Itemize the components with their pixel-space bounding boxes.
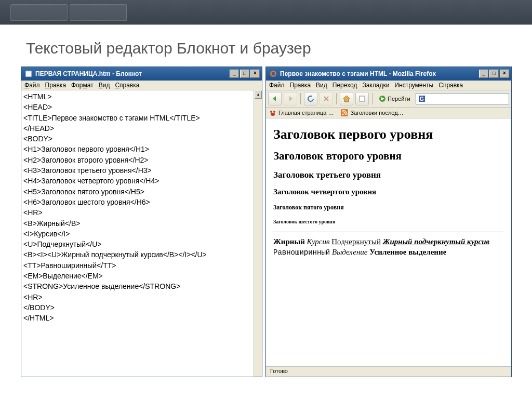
slide-header-decor [0,0,532,25]
notepad-window: ПЕРВАЯ СТРАНИЦА.htm - Блокнот _ □ × Файл… [21,66,262,377]
browser-title-text: Первое знакомство с тэгами HTML - Mozill… [280,70,479,77]
svg-point-13 [273,111,275,113]
go-button[interactable]: Перейти [376,94,414,103]
close-button[interactable]: × [250,70,260,78]
browser-content[interactable]: Заголовок первого уровня Заголовок второ… [266,118,511,366]
svg-point-12 [270,111,272,113]
svg-rect-3 [26,74,30,74]
close-button[interactable]: × [500,70,509,78]
menu-file[interactable]: Файл [269,82,285,89]
svg-point-16 [342,114,344,115]
stop-button[interactable] [320,92,333,105]
scrollbar-vertical[interactable]: ▴ [254,90,262,377]
maximize-button[interactable]: □ [240,70,249,78]
em-text: Выделение [332,248,368,256]
svg-rect-8 [360,96,365,101]
menu-go[interactable]: Переход [332,82,357,89]
paw-icon [269,109,276,116]
italic-text: Курсив [307,237,330,246]
forward-button[interactable] [284,92,297,105]
notepad-titlebar[interactable]: ПЕРВАЯ СТРАНИЦА.htm - Блокнот _ □ × [21,67,262,81]
menu-edit[interactable]: Правка [290,82,311,89]
menu-format[interactable]: Формат [71,82,94,89]
bookmark-home[interactable]: Главная страница … [269,109,334,116]
svg-text:G: G [420,96,424,102]
reload-button[interactable] [304,92,317,105]
notepad-icon [24,70,33,78]
firefox-icon [269,70,277,78]
svg-point-5 [272,72,275,76]
minimize-button[interactable]: _ [230,70,239,78]
maximize-button[interactable]: □ [489,70,499,78]
h3: Заголовок третьего уровня [273,170,504,180]
strong-text: Усиленное выделение [369,248,446,256]
menu-bookmarks[interactable]: Закладки [362,82,389,89]
back-button[interactable] [268,92,282,105]
svg-rect-1 [26,72,31,72]
inline-styles-paragraph: Жирный Курсив Подчеркнутый Жирный подчер… [273,236,504,258]
menu-view[interactable]: Вид [99,82,110,89]
slide-title: Текстовый редактор Блокнот и браузер [0,25,532,66]
menu-help[interactable]: Справка [438,82,463,89]
home-button[interactable] [340,92,353,105]
bookmark-headlines[interactable]: Заголовки послед… [341,109,403,116]
browser-toolbar: Перейти G [266,90,511,108]
go-label: Перейти [388,96,410,102]
browser-titlebar[interactable]: Первое знакомство с тэгами HTML - Mozill… [266,67,511,81]
h6: Заголовок шестого уровня [273,219,504,224]
notepad-title-text: ПЕРВАЯ СТРАНИЦА.htm - Блокнот [35,70,230,77]
menu-view[interactable]: Вид [316,82,327,89]
menu-file[interactable]: Файл [24,82,40,89]
underline-text: Подчеркнутый [331,237,381,246]
bookmarks-bar: Главная страница … Заголовки послед… [266,108,511,118]
decor-box [70,4,127,21]
tt-text: Равноширинный [273,248,330,257]
bold-text: Жирный [273,237,305,246]
new-tab-button[interactable] [355,92,369,105]
h5: Заголовок пятого уровня [273,204,504,211]
minimize-button[interactable]: _ [479,70,488,78]
svg-rect-2 [26,73,31,73]
browser-statusbar: Готово [266,366,511,377]
menu-help[interactable]: Справка [115,82,139,89]
search-input[interactable]: G [416,93,509,104]
h2: Заголовок второго уровня [273,150,504,163]
menu-edit[interactable]: Правка [45,82,66,89]
h1: Заголовок первого уровня [273,127,504,142]
hr [273,232,504,232]
notepad-code[interactable]: <HTML> <HEAD> <TITLE>Первое знакомство с… [21,90,262,325]
decor-box [10,4,68,21]
status-text: Готово [270,368,288,374]
scroll-up-button[interactable]: ▴ [255,90,262,99]
search-engine-icon: G [418,95,425,102]
browser-menubar: Файл Правка Вид Переход Закладки Инструм… [266,81,511,90]
rss-icon [341,109,348,116]
bold-italic-underline-text: Жирный подчеркнутый курсив [383,237,490,246]
browser-window: Первое знакомство с тэгами HTML - Mozill… [265,66,512,377]
notepad-menubar: Файл Правка Формат Вид Справка [21,81,262,90]
notepad-content[interactable]: <HTML> <HEAD> <TITLE>Первое знакомство с… [21,90,262,377]
h4: Заголовок четвертого уровня [273,188,504,196]
svg-point-14 [271,113,275,116]
menu-tools[interactable]: Инструменты [394,82,433,89]
